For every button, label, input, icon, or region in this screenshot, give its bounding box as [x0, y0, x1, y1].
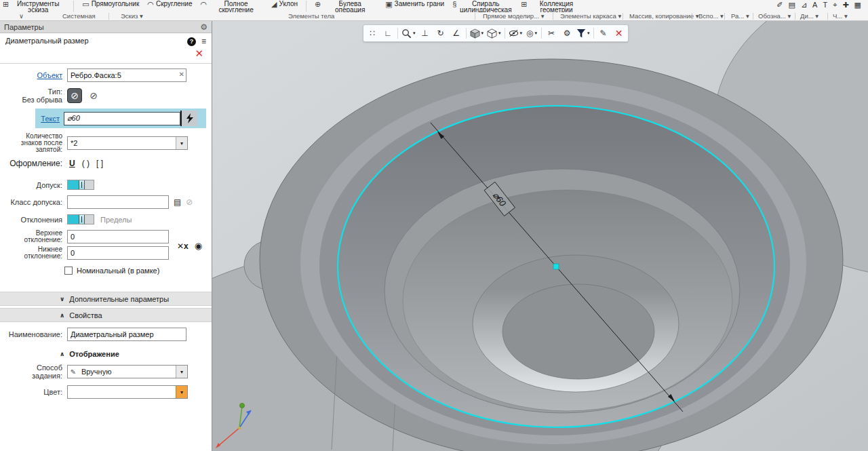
tool-helix[interactable]: § Спираль цилиндрическая — [452, 1, 513, 12]
red-x-icon: ✕ — [615, 28, 623, 39]
draft-icon: ◢ — [271, 1, 277, 7]
position-icon[interactable]: ⌖ — [833, 1, 837, 9]
section-array-copy[interactable]: Массив, копирование ▾ — [629, 12, 698, 20]
section-ra[interactable]: Ра... ▾ — [731, 12, 749, 20]
funnel-icon — [576, 28, 586, 38]
upper-deviation-row: Верхнее отклонение: — [5, 230, 206, 243]
dimension-grip[interactable] — [553, 264, 559, 269]
lower-deviation-label: Нижнее отклонение: — [5, 246, 62, 260]
measure-icon[interactable]: ⊿ — [801, 1, 807, 9]
angle-measure-button[interactable]: ∠ — [449, 26, 464, 41]
swap-deviations-icon[interactable]: ✕x — [177, 241, 189, 251]
section-designations[interactable]: Обозна... ▾ — [758, 12, 791, 20]
inner-hole — [502, 284, 654, 379]
target-view-button[interactable]: ◎▾ — [524, 26, 539, 41]
tool-geometry-collection[interactable]: ⊞ Коллекция геометрии — [521, 1, 583, 12]
decimals-select[interactable]: *2 ▾ — [67, 136, 188, 150]
table-icon[interactable]: ▤ — [788, 1, 795, 9]
brackets-style-button[interactable]: [ ] — [96, 159, 103, 168]
chevron-down-icon[interactable]: ▾ — [176, 137, 187, 149]
deviations-toggle[interactable] — [67, 214, 94, 224]
section-system[interactable]: Системная — [62, 12, 96, 20]
manual-icon: ✎ — [68, 368, 79, 376]
tool-rectangle[interactable]: ▭ Прямоугольник — [82, 1, 139, 7]
parentheses-style-button[interactable]: ( ) — [82, 159, 90, 168]
limits-label: Пределы — [100, 216, 132, 224]
panel-header[interactable]: Параметры ⚙ — [0, 21, 212, 33]
text-a-icon[interactable]: A — [812, 1, 817, 9]
section-view-button[interactable]: ✂ — [544, 26, 559, 41]
underline-style-button[interactable]: U — [69, 159, 75, 168]
selection-grid-button[interactable]: ∷ — [365, 26, 380, 41]
abort-button[interactable]: ✕ — [612, 26, 627, 41]
section-frame-elements[interactable]: Элементы каркаса ▾ — [560, 12, 621, 20]
chevron-down-icon[interactable]: ▾ — [176, 366, 187, 378]
ribbon-collapse-chevron[interactable]: ∨ — [19, 12, 24, 20]
tool-sketch-instruments[interactable]: ⊞ Инструменты эскиза — [3, 1, 65, 12]
hide-objects-button[interactable]: ▾ — [507, 26, 524, 41]
scissors-icon: ✂ — [548, 28, 555, 38]
zoom-button[interactable]: ▾ — [400, 26, 417, 41]
dimension-text-input[interactable] — [64, 112, 180, 125]
text-label[interactable]: Текст — [37, 115, 60, 123]
wireframe-mode-button[interactable]: ▾ — [486, 26, 502, 41]
chevron-down-icon: ▾ — [535, 31, 538, 36]
grid-icon[interactable]: ▦ — [854, 1, 861, 9]
tolerance-label: Допуск: — [5, 181, 62, 189]
section-ch[interactable]: Ч... ▾ — [833, 12, 848, 20]
close-button[interactable]: ✕ — [195, 47, 203, 59]
corner-ruler-icon: ∟ — [384, 28, 392, 38]
annotation-pencil-icon[interactable]: ✐ — [776, 1, 783, 9]
section-sketch[interactable]: Эскиз ▾ — [121, 12, 143, 20]
help-icon[interactable]: ? — [187, 37, 196, 46]
lightning-button[interactable] — [180, 111, 197, 126]
object-label[interactable]: Объект — [5, 71, 62, 79]
object-input[interactable] — [67, 68, 186, 82]
section-direct-modeling[interactable]: Прямое моделир... ▾ — [483, 12, 544, 20]
plus-icon[interactable]: ✚ — [842, 1, 848, 9]
full-fillet-icon: ◠ — [200, 1, 207, 7]
settings-cube-button[interactable]: ⚙ — [559, 26, 574, 41]
filter-button[interactable]: ▾ — [575, 26, 591, 41]
tree-icon[interactable]: ≡ — [201, 37, 206, 46]
model-3d[interactable]: ⌀60 — [212, 21, 868, 451]
eye-icon[interactable]: ◉ — [195, 241, 202, 251]
anchor-icon: ⊥ — [421, 28, 428, 38]
section-body-elements[interactable]: Элементы тела — [288, 12, 334, 20]
color-select[interactable]: ▾ — [67, 385, 188, 399]
clear-object-icon[interactable]: ✕ — [179, 71, 184, 78]
upper-deviation-input[interactable] — [67, 230, 169, 243]
method-select[interactable]: ✎ Вручную ▾ — [67, 365, 188, 378]
snap-corner-button[interactable]: ∟ — [380, 26, 395, 41]
additional-params-section[interactable]: ∨ Дополнительные параметры — [0, 292, 212, 306]
section-di[interactable]: Ди... ▾ — [800, 12, 818, 20]
deviations-label: Отклонения — [5, 216, 62, 224]
display-section[interactable]: ∧ Отображение — [0, 347, 212, 361]
tolerance-table-icon[interactable]: ▤ — [174, 197, 181, 207]
nominal-label: Номинальный (в рамке) — [77, 267, 159, 275]
with-break-button[interactable]: ⊘ — [86, 88, 101, 103]
tolerance-toggle[interactable] — [67, 180, 94, 190]
properties-section[interactable]: ∧ Свойства — [0, 308, 212, 322]
viewport[interactable]: ⌀60 ∷ ∟ — [212, 21, 868, 451]
nominal-checkbox[interactable] — [64, 267, 73, 275]
tolerance-class-input[interactable] — [67, 195, 169, 209]
no-break-button[interactable]: ⊘ — [67, 88, 82, 103]
text-t-icon[interactable]: T — [823, 1, 827, 9]
tool-boolean[interactable]: ⊕ Булева операция — [315, 1, 377, 12]
chevron-down-icon[interactable]: ▾ — [176, 386, 187, 398]
display-mode-button[interactable]: ▾ — [469, 26, 486, 41]
tool-fillet[interactable]: ◠ Скругление — [147, 1, 192, 7]
name-input[interactable] — [67, 328, 186, 341]
lower-deviation-input[interactable] — [67, 246, 169, 260]
rotate-view-button[interactable]: ↻ — [433, 26, 448, 41]
tool-draft[interactable]: ◢ Уклон — [271, 1, 298, 7]
section-auxiliary[interactable]: Вспо... ▾ — [698, 12, 724, 20]
panel-title-row: Диаметральный размер ? ≡ — [0, 33, 212, 46]
gear-icon[interactable]: ⚙ — [200, 22, 208, 32]
tool-full-fillet[interactable]: ◠ Полное скругление — [200, 1, 263, 12]
edit-button[interactable]: ✎ — [596, 26, 611, 41]
tool-replace-faces[interactable]: ▣ Заменить грани — [385, 1, 444, 7]
shaded-cube-icon — [470, 28, 480, 39]
orientation-lock-button[interactable]: ⊥ — [418, 26, 433, 41]
